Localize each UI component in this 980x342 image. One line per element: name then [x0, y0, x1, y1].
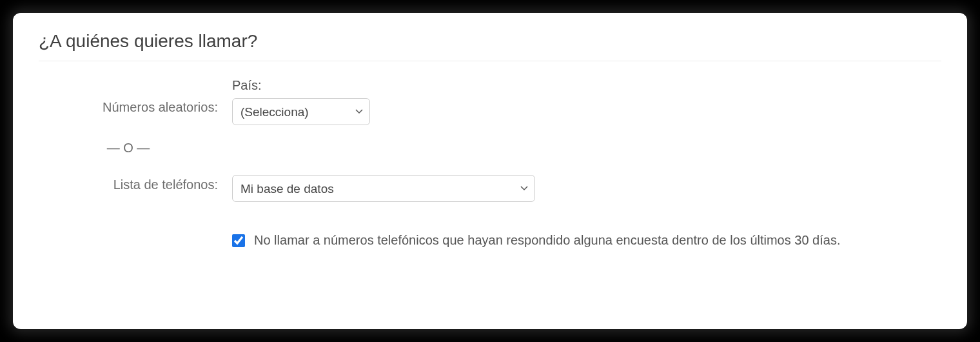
exclude-recent-label: No llamar a números telefónicos que haya… [254, 233, 840, 248]
exclude-checkbox-wrap: No llamar a números telefónicos que haya… [232, 233, 840, 248]
country-select[interactable]: (Selecciona) [232, 98, 370, 125]
exclude-recent-checkbox[interactable] [232, 234, 245, 247]
country-input-col: País: (Selecciona) [232, 78, 941, 125]
or-separator: — O — [39, 141, 232, 156]
random-numbers-row: Números aleatorios: País: (Selecciona) [39, 78, 941, 125]
call-target-panel: ¿A quiénes quieres llamar? Números aleat… [13, 13, 967, 329]
separator-row: — O — [39, 141, 941, 156]
panel-title: ¿A quiénes quieres llamar? [39, 31, 941, 61]
phone-list-row: Lista de teléfonos: Mi base de datos [39, 175, 941, 202]
country-sublabel: País: [232, 78, 941, 93]
phone-list-label: Lista de teléfonos: [39, 175, 232, 192]
phone-list-select[interactable]: Mi base de datos [232, 175, 535, 202]
phone-list-input-col: Mi base de datos [232, 175, 941, 202]
random-numbers-label: Números aleatorios: [39, 78, 232, 115]
exclude-row: No llamar a números telefónicos que haya… [39, 233, 941, 248]
